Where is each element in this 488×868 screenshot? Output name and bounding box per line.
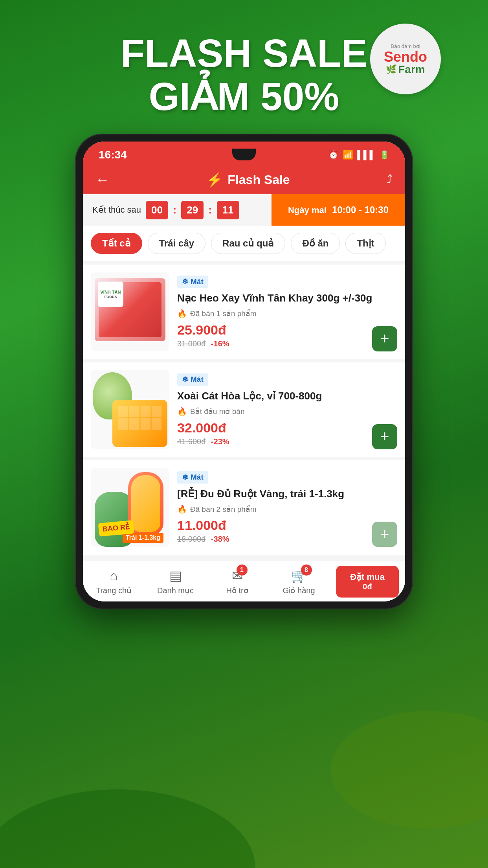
price-original-3: 18.000đ -38% bbox=[177, 535, 397, 544]
product-image-1: VĨNH TÂN FOODS bbox=[91, 272, 169, 351]
order-button[interactable]: Đặt mua 0đ bbox=[336, 566, 399, 598]
back-button[interactable]: ← bbox=[95, 171, 110, 188]
discount-3: -38% bbox=[211, 535, 229, 543]
snowflake-icon-1: ❄ bbox=[182, 277, 188, 286]
home-icon: ⌂ bbox=[110, 568, 118, 583]
status-time: 16:34 bbox=[99, 149, 127, 161]
cart-icon: 🛒 8 bbox=[291, 568, 307, 583]
discount-2: -23% bbox=[211, 437, 229, 446]
order-button-label: Đặt mua bbox=[350, 572, 385, 582]
cat-tab-all[interactable]: Tất cả bbox=[91, 233, 142, 254]
timer-label: Kết thúc sau bbox=[92, 205, 141, 215]
sold-text-1: Đã bán 1 sản phẩm bbox=[190, 309, 257, 318]
camera-notch bbox=[232, 149, 256, 160]
snowflake-icon-2: ❄ bbox=[182, 375, 188, 384]
nav-support[interactable]: ✉ 1 Hỗ trợ bbox=[206, 561, 268, 601]
badge-mat-3: ❄ Mát bbox=[177, 471, 208, 484]
add-button-2[interactable]: + bbox=[372, 424, 397, 449]
timer-bar: Kết thúc sau 00 : 29 : 11 Ngày mai 10:00… bbox=[83, 194, 405, 226]
header-title-group: ⚡ Flash Sale bbox=[206, 172, 290, 188]
alarm-icon: ⏰ bbox=[328, 150, 339, 160]
brand-label: VĨNH TÂN FOODS bbox=[98, 281, 123, 307]
product-name-2: Xoài Cát Hòa Lộc, vỉ 700-800g bbox=[177, 390, 397, 403]
cat-tab-fruit[interactable]: Trái cây bbox=[148, 233, 205, 254]
timer-sep-2: : bbox=[208, 204, 212, 216]
product-list: VĨNH TÂN FOODS ❄ Mát Nạc Heo Xay Vĩnh Tâ… bbox=[83, 261, 405, 561]
product-image-2 bbox=[91, 370, 169, 449]
nav-category[interactable]: ▤ Danh mục bbox=[145, 561, 206, 601]
category-tabs: Tất cả Trái cây Rau củ quả Đồ ăn Thịt bbox=[83, 226, 405, 261]
timer-minutes: 29 bbox=[181, 201, 204, 219]
share-button[interactable]: ⤴ bbox=[387, 173, 393, 186]
price-current-1: 25.900đ bbox=[177, 322, 397, 338]
badge-mat-1: ❄ Mát bbox=[177, 276, 208, 288]
nav-support-label: Hỗ trợ bbox=[226, 586, 248, 595]
support-badge: 1 bbox=[237, 565, 248, 576]
price-original-1: 31.000đ -16% bbox=[177, 339, 397, 348]
signal-icon: ▌▌▌ bbox=[357, 150, 376, 160]
timer-next-session[interactable]: Ngày mai 10:00 - 10:30 bbox=[272, 194, 405, 226]
logo-farm: Farm bbox=[398, 64, 425, 75]
support-icon: ✉ 1 bbox=[232, 568, 243, 583]
trai-badge: Trái 1-1.3kg bbox=[123, 533, 163, 543]
product-name-1: Nạc Heo Xay Vĩnh Tân Khay 300g +/-30g bbox=[177, 292, 397, 305]
mango-cut-img bbox=[112, 400, 167, 447]
phone-frame: 16:34 ⏰ 📶 ▌▌▌ 🔋 ← ⚡ Flash Sale ⤴ bbox=[75, 134, 413, 609]
sold-bar-3: 🔥 Đã bán 2 sản phẩm bbox=[177, 504, 397, 514]
timer-seconds: 11 bbox=[217, 201, 239, 219]
product-info-1: ❄ Mát Nạc Heo Xay Vĩnh Tân Khay 300g +/-… bbox=[177, 272, 397, 351]
sold-text-3: Đã bán 2 sản phẩm bbox=[190, 505, 257, 514]
nav-home-label: Trang chủ bbox=[96, 586, 132, 595]
product-info-3: ❄ Mát [RẺ] Đu Đủ Ruột Vàng, trái 1-1.3kg… bbox=[177, 468, 397, 547]
nav-category-label: Danh mục bbox=[157, 586, 194, 595]
product-card-1[interactable]: VĨNH TÂN FOODS ❄ Mát Nạc Heo Xay Vĩnh Tâ… bbox=[83, 265, 405, 359]
category-icon: ▤ bbox=[169, 568, 182, 583]
bottom-nav: ⌂ Trang chủ ▤ Danh mục ✉ 1 Hỗ trợ 🛒 bbox=[83, 561, 405, 601]
timer-next-text: Ngày mai 10:00 - 10:30 bbox=[288, 204, 389, 215]
badge-mat-2: ❄ Mát bbox=[177, 373, 208, 386]
nav-home[interactable]: ⌂ Trang chủ bbox=[83, 562, 145, 601]
status-icons-group: ⏰ 📶 ▌▌▌ 🔋 bbox=[328, 150, 389, 160]
fire-icon-3: 🔥 bbox=[177, 504, 187, 514]
timer-hours: 00 bbox=[146, 201, 168, 219]
sendo-farm-logo: Bảo đảm bởi Sendo 🌿 Farm bbox=[370, 24, 441, 94]
wifi-icon: 📶 bbox=[343, 150, 353, 160]
page-title: Flash Sale bbox=[227, 173, 290, 187]
fire-icon-1: 🔥 bbox=[177, 309, 187, 318]
sold-text-2: Bắt đầu mở bán bbox=[190, 407, 244, 416]
bg-decoration-2 bbox=[331, 711, 488, 829]
price-current-2: 32.000đ bbox=[177, 420, 397, 436]
phone-screen: 16:34 ⏰ 📶 ▌▌▌ 🔋 ← ⚡ Flash Sale ⤴ bbox=[83, 142, 405, 601]
logo-supported-text: Bảo đảm bởi bbox=[391, 43, 420, 49]
product-image-3: BAO RẺ Trái 1-1.3kg bbox=[91, 468, 169, 547]
phone-mockup: 16:34 ⏰ 📶 ▌▌▌ 🔋 ← ⚡ Flash Sale ⤴ bbox=[75, 134, 413, 609]
nav-cart-label: Giỏ hàng bbox=[283, 586, 315, 595]
cat-tab-food[interactable]: Đồ ăn bbox=[291, 233, 340, 254]
sold-bar-2: 🔥 Bắt đầu mở bán bbox=[177, 407, 397, 416]
price-original-2: 41.600đ -23% bbox=[177, 437, 397, 446]
cart-badge: 8 bbox=[301, 565, 312, 576]
sold-bar-1: 🔥 Đã bán 1 sản phẩm bbox=[177, 309, 397, 318]
price-current-3: 11.000đ bbox=[177, 518, 397, 533]
product-name-3: [RẺ] Đu Đủ Ruột Vàng, trái 1-1.3kg bbox=[177, 487, 397, 501]
product-info-2: ❄ Mát Xoài Cát Hòa Lộc, vỉ 700-800g 🔥 Bắ… bbox=[177, 370, 397, 449]
app-header: ← ⚡ Flash Sale ⤴ bbox=[83, 165, 405, 194]
bg-decoration-1 bbox=[0, 789, 255, 868]
order-button-price: 0đ bbox=[363, 582, 372, 591]
timer-sep-1: : bbox=[173, 204, 176, 216]
cat-tab-veggie[interactable]: Rau củ quả bbox=[211, 233, 285, 254]
nav-cart[interactable]: 🛒 8 Giỏ hàng bbox=[268, 561, 330, 601]
add-button-3[interactable]: + bbox=[372, 522, 397, 547]
product-card-2[interactable]: ❄ Mát Xoài Cát Hòa Lộc, vỉ 700-800g 🔥 Bắ… bbox=[83, 362, 405, 457]
cat-tab-meat[interactable]: Thịt bbox=[345, 233, 385, 254]
product-card-3[interactable]: BAO RẺ Trái 1-1.3kg ❄ Mát [RẺ] Đu Đủ Ruộ… bbox=[83, 460, 405, 555]
discount-1: -16% bbox=[211, 339, 229, 348]
snowflake-icon-3: ❄ bbox=[182, 473, 188, 482]
logo-sendo: Sendo bbox=[384, 50, 427, 64]
add-button-1[interactable]: + bbox=[372, 326, 397, 351]
timer-countdown: Kết thúc sau 00 : 29 : 11 bbox=[83, 194, 272, 226]
lightning-icon: ⚡ bbox=[206, 172, 223, 188]
fire-icon-2: 🔥 bbox=[177, 407, 187, 416]
battery-icon: 🔋 bbox=[380, 150, 389, 160]
